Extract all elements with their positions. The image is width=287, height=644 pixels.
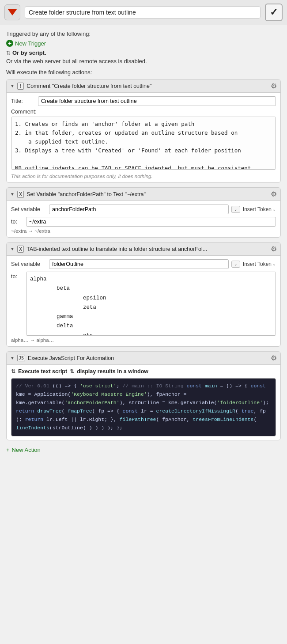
execute-js-action-title: Execute JavaScript For Automation [28,355,268,361]
comment-title-input[interactable] [38,96,276,106]
execute-arrows-icon: ⇅ [11,368,15,375]
outline-textarea[interactable]: alpha beta epsilon zeta gamma delta eta … [26,272,276,336]
comment-textarea[interactable]: 1. Creates or finds an 'anchor' folder a… [11,117,276,170]
var-dropdown[interactable]: ⌄ [231,206,240,213]
comment-action-note: This action is for documentation purpose… [11,174,276,179]
action-header-execute-js: ▼ JS Execute JavaScript For Automation ⚙ [7,352,280,365]
action-card-execute-js: ▼ JS Execute JavaScript For Automation ⚙… [6,351,281,440]
set-var-action-icon: X [17,191,24,198]
set-anchor-body: Set variable ⌄ Insert Token ⌄ to: ~/extr… [7,201,280,237]
outline-dropdown-arrow-icon: ⌄ [234,262,238,266]
code-block[interactable]: // Ver 0.01 (() => { 'use strict'; // ma… [11,378,276,436]
set-outline-gear-icon[interactable]: ⚙ [271,245,277,253]
token-dropdown-icon: ⌄ [272,207,276,212]
or-by-script-label: Or by script. [12,49,46,56]
display-arrows-icon: ⇅ [70,368,74,375]
action-header-set-anchor: ▼ X Set Variable "anchorFolderPath" to T… [7,188,280,201]
action-header-comment: ▼ ! Comment "Create folder structure fro… [7,80,280,93]
action-card-set-outline: ▼ X TAB-indented text outline to transla… [6,242,281,347]
to-row: to: [11,217,276,227]
comment-text-label: Comment: [11,109,276,115]
collapse-triangle-icon-3[interactable]: ▼ [10,246,15,251]
outline-insert-token-button[interactable]: Insert Token ⌄ [243,261,276,267]
set-outline-variable-label: Set variable [11,261,46,267]
outline-to-row: to: alpha beta epsilon zeta gamma delta … [11,272,276,336]
comment-action-body: Title: Comment: 1. Creates or finds an '… [7,93,280,182]
new-action-label: New Action [12,447,41,453]
new-trigger-label: New Trigger [15,40,46,47]
outline-var-dropdown[interactable]: ⌄ [231,261,240,268]
title-field-label: Title: [11,98,35,104]
js-action-icon: JS [17,355,25,361]
collapse-triangle-icon-4[interactable]: ▼ [10,356,15,360]
comment-action-icon: ! [17,83,24,90]
set-var-row: Set variable ⌄ Insert Token ⌄ [11,205,276,214]
arrow-down-icon [8,9,17,15]
header: ✓ [0,0,287,25]
collapse-triangle-icon[interactable]: ▼ [10,83,15,88]
outline-token-dropdown-icon: ⌄ [272,262,276,266]
or-by-script-option: ⇅ Or by script. [6,49,281,56]
actions-label: Will execute the following actions: [6,69,281,76]
execute-text-script-label: Execute text script [18,368,67,375]
insert-token-label: Insert Token [243,206,272,212]
plus-circle-icon: + [6,40,13,47]
checkmark-icon: ✓ [270,7,278,18]
webserver-note: Or via the web server but all remote acc… [6,58,281,64]
set-outline-var-row: Set variable ⌄ Insert Token ⌄ [11,259,276,269]
set-outline-action-title: TAB-indented text outline to translate i… [26,246,268,252]
dropdown-arrow-icon: ⌄ [234,207,238,212]
outline-path-preview: alpha… → alpha… [11,337,276,343]
new-trigger-button[interactable]: + New Trigger [6,40,46,47]
header-icon [4,4,20,20]
display-results-label: display results in a window [77,368,148,375]
execute-options-row: ⇅ Execute text script ⇅ display results … [11,368,276,375]
title-field-row: Title: [11,96,276,106]
outline-to-label: to: [11,272,23,280]
new-action-plus-icon: + [6,447,10,453]
to-label: to: [11,217,23,225]
set-outline-body: Set variable ⌄ Insert Token ⌄ to: alpha … [7,256,280,346]
action-card-set-anchor: ▼ X Set Variable "anchorFolderPath" to T… [6,187,281,238]
checkmark-box[interactable]: ✓ [265,4,283,21]
set-anchor-action-title: Set Variable "anchorFolderPath" to Text … [26,191,268,197]
set-variable-label: Set variable [11,206,46,212]
anchor-path-preview: ~/extra → ~/extra [11,228,276,234]
new-action-button[interactable]: + New Action [6,447,41,453]
action-header-set-outline: ▼ X TAB-indented text outline to transla… [7,242,280,256]
body: Triggered by any of the following: + New… [0,25,287,458]
outline-insert-token-label: Insert Token [243,261,272,267]
action-card-comment: ▼ ! Comment "Create folder structure fro… [6,79,281,183]
triggered-by-label: Triggered by any of the following: [6,30,281,37]
comment-action-title: Comment "Create folder structure from te… [26,83,268,89]
anchor-to-input[interactable] [26,217,276,227]
set-anchor-gear-icon[interactable]: ⚙ [271,190,277,198]
script-arrows-icon: ⇅ [6,50,11,56]
comment-gear-icon[interactable]: ⚙ [271,82,277,90]
anchor-var-name-input[interactable] [49,205,229,214]
insert-token-button[interactable]: Insert Token ⌄ [243,206,276,212]
trigger-section: Triggered by any of the following: + New… [6,30,281,64]
macro-title-input[interactable] [25,6,261,19]
collapse-triangle-icon-2[interactable]: ▼ [10,192,15,197]
set-var-action-icon-2: X [17,246,24,253]
execute-js-gear-icon[interactable]: ⚙ [271,354,277,362]
outline-var-name-input[interactable] [49,259,229,269]
execute-js-body: ⇅ Execute text script ⇅ display results … [7,365,280,440]
